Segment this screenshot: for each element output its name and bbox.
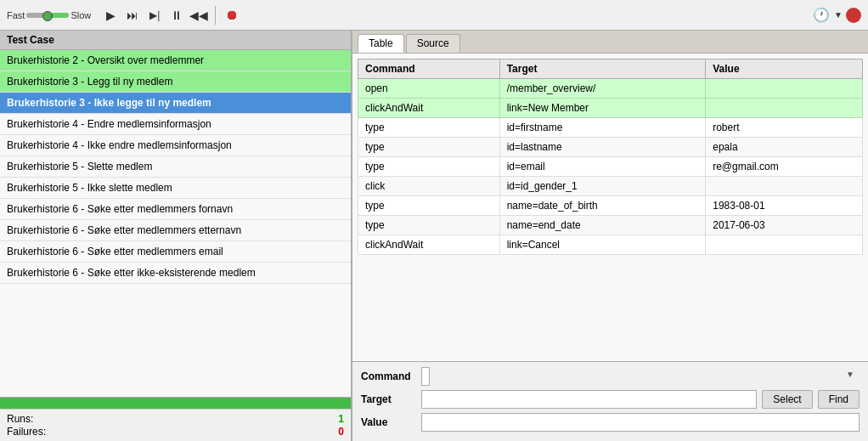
test-list-item[interactable]: Brukerhistorie 3 - Ikke legge til ny med…	[0, 93, 351, 114]
table-row[interactable]: clickid=id_gender_1	[358, 177, 863, 196]
table-cell-value: 2017-06-03	[706, 216, 863, 235]
test-case-header: Test Case	[0, 31, 351, 50]
clock-button[interactable]: 🕐	[812, 6, 831, 25]
runs-value: 1	[338, 413, 344, 425]
value-input[interactable]	[421, 413, 860, 432]
table-body: open/member_overview/clickAndWaitlink=Ne…	[358, 79, 863, 255]
table-cell-target: id=firstname	[499, 118, 706, 138]
table-cell-command: clickAndWait	[358, 235, 500, 255]
table-cell-command: type	[358, 118, 500, 138]
table-cell-command: clickAndWait	[358, 99, 500, 118]
left-panel: Test Case Brukerhistorie 2 - Oversikt ov…	[0, 31, 352, 441]
test-list-item[interactable]: Brukerhistorie 6 - Søke etter medlemmers…	[0, 220, 351, 241]
speed-slider[interactable]	[26, 13, 69, 18]
table-cell-value: re@gmail.com	[706, 157, 863, 177]
table-cell-target: name=end_date	[499, 216, 706, 235]
table-row[interactable]: open/member_overview/	[358, 79, 863, 99]
table-cell-value	[706, 235, 863, 255]
test-list-item[interactable]: Brukerhistorie 3 - Legg til ny medlem	[0, 71, 351, 93]
table-row[interactable]: typeid=lastnameepala	[358, 138, 863, 157]
test-list-item[interactable]: Brukerhistorie 5 - Ikke slette medlem	[0, 178, 351, 199]
command-row: Command	[361, 367, 860, 386]
table-row[interactable]: typeid=emailre@gmail.com	[358, 157, 863, 177]
progress-bar-container	[0, 397, 351, 409]
table-row[interactable]: typename=date_of_birth1983-08-01	[358, 196, 863, 216]
toolbar: Fast Slow ▶ ⏭ ▶| ⏸ ◀◀ ⏺ 🕐 ▼	[0, 0, 868, 31]
table-cell-command: click	[358, 177, 500, 196]
command-table: CommandTargetValue open/member_overview/…	[358, 59, 863, 255]
toolbar-separator	[215, 6, 216, 25]
test-list-item[interactable]: Brukerhistorie 6 - Søke etter medlemmers…	[0, 199, 351, 220]
table-cell-target: link=Cancel	[499, 235, 706, 255]
tabs-bar: TableSource	[352, 31, 868, 54]
failures-row: Failures: 0	[7, 426, 344, 438]
table-area: CommandTargetValue open/member_overview/…	[352, 54, 868, 361]
table-cell-value	[706, 79, 863, 99]
speed-control: Fast Slow	[7, 10, 91, 20]
runs-row: Runs: 1	[7, 413, 344, 425]
table-header-target: Target	[499, 59, 706, 79]
table-cell-value: epala	[706, 138, 863, 157]
close-button[interactable]	[846, 8, 861, 23]
main-area: Test Case Brukerhistorie 2 - Oversikt ov…	[0, 31, 868, 441]
slow-label: Slow	[70, 10, 91, 20]
stats-area: Runs: 1 Failures: 0	[0, 409, 351, 441]
test-list: Brukerhistorie 2 - Oversikt over medlemm…	[0, 50, 351, 397]
runs-label: Runs:	[7, 413, 33, 425]
command-select[interactable]	[421, 367, 430, 386]
target-label: Target	[361, 393, 416, 405]
test-list-item[interactable]: Brukerhistorie 6 - Søke etter ikke-eksis…	[0, 263, 351, 284]
table-cell-target: name=date_of_birth	[499, 196, 706, 216]
table-row[interactable]: clickAndWaitlink=Cancel	[358, 235, 863, 255]
table-cell-command: type	[358, 196, 500, 216]
test-list-item[interactable]: Brukerhistorie 2 - Oversikt over medlemm…	[0, 50, 351, 71]
bottom-form: Command Target Select Find Value	[352, 361, 868, 441]
tab-source[interactable]: Source	[406, 34, 460, 53]
target-input[interactable]	[421, 390, 757, 409]
failures-label: Failures:	[7, 426, 46, 438]
target-row: Target Select Find	[361, 390, 860, 409]
table-row[interactable]: typename=end_date2017-06-03	[358, 216, 863, 235]
stop-button[interactable]: ◀◀	[189, 6, 208, 25]
table-cell-value: 1983-08-01	[706, 196, 863, 216]
play-single-button[interactable]: ▶|	[145, 6, 164, 25]
right-panel: TableSource CommandTargetValue open/memb…	[352, 31, 868, 441]
table-cell-command: type	[358, 216, 500, 235]
value-row: Value	[361, 413, 860, 432]
table-row[interactable]: clickAndWaitlink=New Member	[358, 99, 863, 118]
fast-label: Fast	[7, 10, 25, 20]
test-list-item[interactable]: Brukerhistorie 4 - Ikke endre medlemsinf…	[0, 135, 351, 156]
select-button[interactable]: Select	[762, 390, 812, 409]
table-cell-target: id=email	[499, 157, 706, 177]
table-cell-target: id=id_gender_1	[499, 177, 706, 196]
table-row[interactable]: typeid=firstnamerobert	[358, 118, 863, 138]
find-button[interactable]: Find	[818, 390, 860, 409]
tab-table[interactable]: Table	[358, 34, 404, 53]
record-button[interactable]: ⏺	[223, 6, 241, 25]
progress-bar	[0, 398, 351, 409]
test-list-item[interactable]: Brukerhistorie 5 - Slette medlem	[0, 156, 351, 178]
command-label: Command	[361, 370, 416, 382]
value-label: Value	[361, 416, 416, 428]
table-cell-target: id=lastname	[499, 138, 706, 157]
table-header-value: Value	[706, 59, 863, 79]
table-header-command: Command	[358, 59, 500, 79]
table-header-row: CommandTargetValue	[358, 59, 863, 79]
table-cell-command: type	[358, 138, 500, 157]
pause-button[interactable]: ⏸	[167, 6, 186, 25]
table-cell-command: open	[358, 79, 500, 99]
table-cell-target: /member_overview/	[499, 79, 706, 99]
play-fast-button[interactable]: ⏭	[123, 6, 142, 25]
table-cell-target: link=New Member	[499, 99, 706, 118]
clock-area: 🕐 ▼	[812, 6, 861, 25]
table-cell-value	[706, 99, 863, 118]
dropdown-button[interactable]: ▼	[832, 6, 844, 25]
table-cell-value: robert	[706, 118, 863, 138]
table-cell-command: type	[358, 157, 500, 177]
command-select-wrapper	[421, 367, 860, 386]
table-cell-value	[706, 177, 863, 196]
play-button[interactable]: ▶	[101, 6, 120, 25]
test-list-item[interactable]: Brukerhistorie 4 - Endre medlemsinformas…	[0, 114, 351, 135]
failures-value: 0	[338, 426, 344, 438]
test-list-item[interactable]: Brukerhistorie 6 - Søke etter medlemmers…	[0, 241, 351, 263]
